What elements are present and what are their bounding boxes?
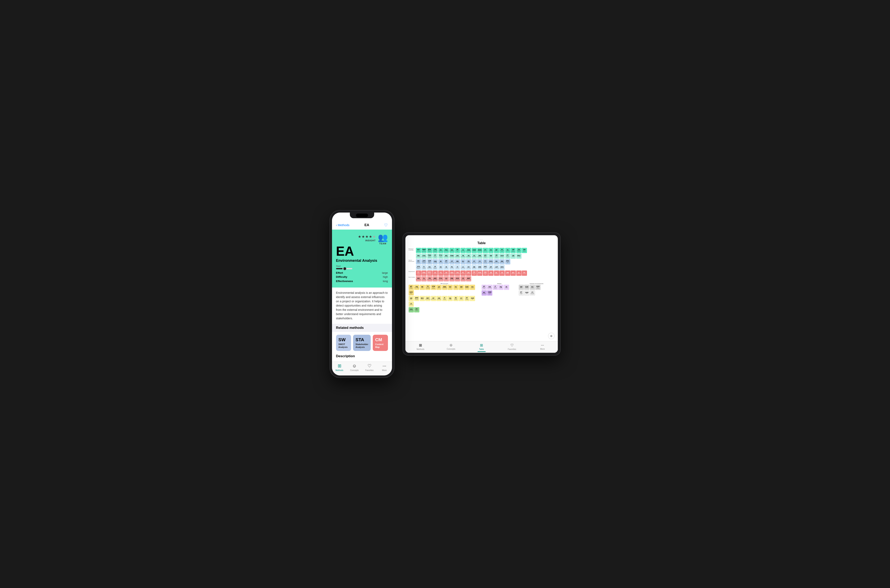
cell-EP[interactable]: EPElevator Pitch [444,259,449,264]
cell-RA[interactable]: RARA-Diagram [427,265,432,270]
cell-DOD[interactable]: DODDef of Done [455,276,460,282]
cell-ST[interactable]: STStory Clinic [472,259,477,264]
cell-AE[interactable]: AEAssumption [466,254,471,259]
cell-PP[interactable]: PPPlanning Poker [505,254,510,259]
cell-TA[interactable]: TATaskboard [505,248,510,253]
cell-PAC[interactable]: PACPlan Analysis [444,248,449,253]
cell-MC[interactable]: MCMoSCoW [466,270,471,276]
related-card-sta[interactable]: STA Stakeholder Analysis [353,335,371,351]
cell-AI[interactable]: AIAction Items [461,248,466,253]
cell-FC[interactable]: FCFlow Chart [461,270,466,276]
cell-TC[interactable]: TCTheory of Constraint [425,285,431,290]
cell-EF[interactable]: EFEffectiveness [431,296,436,301]
cell-PDM[interactable]: PDMPrecedence [449,254,455,259]
cell-RET[interactable]: RETRetrospective [425,296,431,301]
cell-FS[interactable]: FSFeasibility [438,270,443,276]
cell-DCN[interactable]: DCNDecision [500,254,505,259]
cell-lib3[interactable]: KAKanban [530,285,535,290]
cell-6TH[interactable]: 6TH6 Thinking Hats [505,259,510,264]
tablet-tab-concepts[interactable]: ☺ Concepts [436,343,466,350]
cell-PRO[interactable]: PROPrototype [516,254,522,259]
cell-6W[interactable]: 6W6 W's [488,254,494,259]
cell-FM[interactable]: FMFailure Mode [427,276,432,282]
cell-EA[interactable]: EAEnviron-mental [416,259,421,264]
cell-CBA[interactable]: CBACost-Benefit [449,270,455,276]
cell-AOH[interactable]: AOHArt of Hosting [408,290,414,296]
cell-SC1[interactable]: SCSem-Down Chart [500,248,505,253]
cell-lib6[interactable]: OKROKR [524,290,530,296]
cell-CB[interactable]: CBChallenge Board [516,248,522,253]
cell-SM1[interactable]: SMStory Mapping [510,248,516,253]
cell-CF[interactable]: CFSMART [437,285,442,290]
cell-QG[interactable]: QGQuality Gates [483,254,488,259]
cell-DM[interactable]: DMDisney Method [522,248,527,253]
cell-US[interactable]: USUser Story [500,270,505,276]
tab-concepts[interactable]: ☺ Concepts [347,363,362,371]
cell-DV[interactable]: DVDot Voting [466,265,471,270]
cell-DC[interactable]: DCDiamond Circle [414,307,419,312]
cell-KM[interactable]: KMKnowledge [437,296,442,301]
back-button[interactable]: ‹ Methods [336,223,350,227]
cell-SRE[interactable]: SRESelection [477,265,482,270]
cell-GY[interactable]: GYGemba [459,296,464,301]
cell-BP[interactable]: BPBig Picture [494,248,499,253]
tablet-tab-favorites[interactable]: ♡ Favorites [497,343,527,350]
cell-KA[interactable]: KAKanban [470,285,475,290]
cell-RCN[interactable]: RCNRole Canvas [488,259,494,264]
cell-STR[interactable]: STRRACI-Diagram [427,259,432,264]
cell-SMA[interactable]: SMASmart Goals [442,285,447,290]
cell-IN[interactable]: INInterview [444,265,449,270]
cell-model5[interactable]: 4S4 Sides [504,285,509,290]
cell-SC2[interactable]: SCSCAMPER [516,270,522,276]
cell-FR[interactable]: FRFunctional Req [472,270,477,276]
cell-RIR[interactable]: RIRRisk Register [416,276,421,282]
cell-MB[interactable]: MBMood Board [455,259,460,264]
cell-PCH[interactable]: PCHPareto Chart [438,276,443,282]
cell-EIM[interactable]: EIMEarned Value [466,248,471,253]
cell-PA[interactable]: PAPre-Chart [449,265,455,270]
cell-KU[interactable]: KUKudo [461,259,466,264]
cell-lib1[interactable]: SWSWOT [519,285,524,290]
cell-TB[interactable]: TBTask Board [461,254,466,259]
cell-SSC[interactable]: SSCStart-Stop-Cont [483,265,488,270]
cell-lib7[interactable]: LSLearning Structures [530,290,535,296]
cell-LC[interactable]: LCLean Coffee [461,265,466,270]
cell-WM[interactable]: WMWork Model [477,254,482,259]
cell-DT[interactable]: DTDesign Thinking [464,296,470,301]
cell-PMA[interactable]: PMAProject Manual [427,254,432,259]
cell-PM[interactable]: PMProject Mgmt [414,285,419,290]
cell-BBP[interactable]: BBPBest Practice [466,276,471,282]
cell-GA[interactable]: GAGap Analysis [449,248,455,253]
start-slider[interactable]: Start [336,265,388,269]
cell-LL[interactable]: LLLessons Learned [422,265,427,270]
related-card-sw[interactable]: SW SWOT Analysis [336,335,351,351]
cell-STP[interactable]: STPStakeholder Profile [422,259,427,264]
cell-NC[interactable]: NCNormative [482,290,487,296]
cell-model3[interactable]: ITIceberg Theory [493,285,498,290]
cell-MG[interactable]: MGMind Map [444,254,449,259]
cell-DP[interactable]: DPDelegation [488,265,494,270]
cell-FP[interactable]: FPFunction Point [432,254,438,259]
cell-MOM[interactable]: MOMCommitments [477,248,482,253]
cell-CM[interactable]: CMContext Map [455,270,460,276]
cell-EM[interactable]: EMEmpathy Map [483,270,488,276]
cell-FI[interactable]: FIFishbone [455,265,460,270]
cell-OKR[interactable]: OKROKR [470,296,475,301]
cell-4S[interactable]: 4S4 Sides Quality [453,296,458,301]
cell-BW[interactable]: BWBrainwriting [500,259,505,264]
cell-KO[interactable]: KOKick Off [488,248,494,253]
cell-model1[interactable]: EFEffective-ness [482,285,487,290]
tablet-tab-more[interactable]: ··· More [527,343,558,350]
cell-SP[interactable]: SPScenario Plan [455,248,460,253]
cell-GC[interactable]: GCGantt Chart [438,248,443,253]
cell-PRD[interactable]: PRDProduct Req [422,270,427,276]
cell-STD[interactable]: STDStakeholder Diagram [416,265,421,270]
cell-PT[interactable]: PTMeCOW [483,248,488,253]
cell-CJ[interactable]: CJCustomer Journey [483,259,488,264]
cell-MTA[interactable]: MTAMilestone Analysis [427,248,432,253]
cell-CMM[interactable]: CMMContext Model [487,290,492,296]
cell-SW2[interactable]: SWSWOT [459,285,464,290]
zoom-button[interactable]: ⊕ [548,333,555,339]
cell-MVP[interactable]: MVPMin Viable Product [414,296,419,301]
cell-PCN[interactable]: PCNProcess Net [477,270,482,276]
